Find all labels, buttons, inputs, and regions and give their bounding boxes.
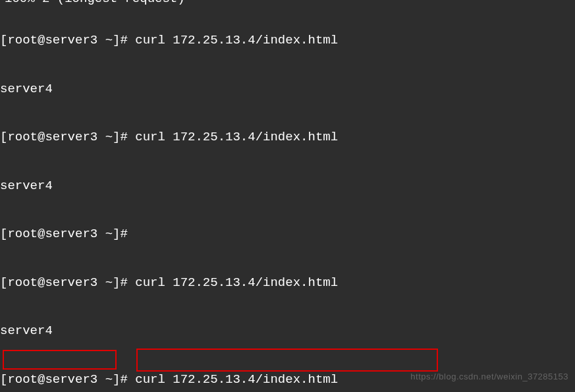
terminal-line: [root@server3 ~]# curl 172.25.13.4/index… (0, 32, 575, 49)
terminal-line: [root@server3 ~]# (0, 226, 575, 242)
terminal-line: [root@server3 ~]# curl 172.25.13.4/index… (0, 129, 575, 146)
terminal-window[interactable]: [root@server3 ~]# curl 172.25.13.4/index… (0, 0, 575, 392)
watermark-text: https://blog.csdn.net/weixin_37285153 (410, 372, 568, 383)
terminal-line: [root@server3 ~]# curl 172.25.13.4/index… (0, 275, 575, 291)
terminal-partial-line: 100% 2 (longest request) (5, 0, 185, 7)
terminal-output: server4 (0, 323, 575, 339)
terminal-output: server4 (0, 178, 575, 194)
terminal-output: server4 (0, 81, 575, 98)
